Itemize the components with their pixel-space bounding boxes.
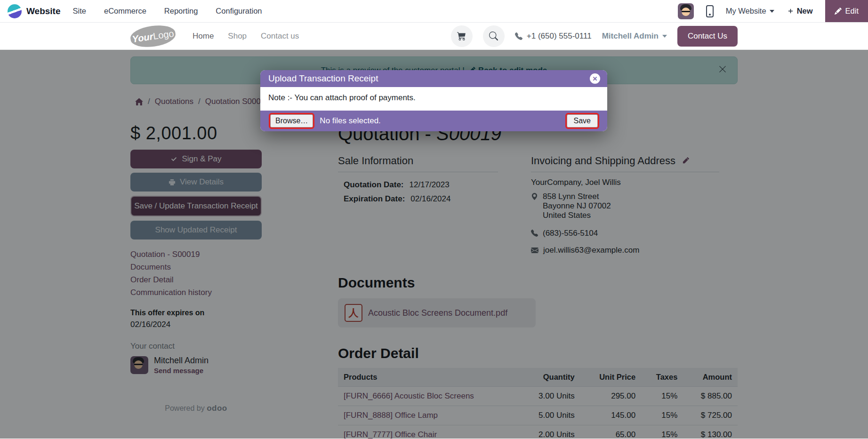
- logo-logo: Logo: [153, 28, 175, 41]
- phone-number: +1 (650) 555-0111: [527, 32, 592, 41]
- modal-close-button[interactable]: ✕: [590, 73, 600, 84]
- my-website-label: My Website: [726, 7, 766, 16]
- new-button[interactable]: New: [787, 7, 813, 16]
- cart-icon: [457, 32, 466, 40]
- contact-us-button[interactable]: Contact Us: [677, 26, 738, 47]
- upload-receipt-modal: Upload Transaction Receipt ✕ Note :- You…: [260, 70, 607, 131]
- save-button[interactable]: Save: [567, 114, 598, 128]
- site-nav: Home Shop Contact us: [193, 32, 299, 41]
- nav-shop[interactable]: Shop: [228, 32, 247, 41]
- admin-menu: Site eCommerce Reporting Configuration: [73, 7, 262, 16]
- modal-footer: Browse… No files selected. Save: [260, 111, 607, 131]
- menu-ecommerce[interactable]: eCommerce: [104, 7, 146, 16]
- site-logo[interactable]: YourLogo: [129, 23, 177, 49]
- edit-button[interactable]: Edit: [825, 0, 868, 22]
- my-website-dropdown[interactable]: My Website: [726, 7, 774, 16]
- header-phone[interactable]: +1 (650) 555-0111: [515, 32, 592, 41]
- admin-navbar: Website Site eCommerce Reporting Configu…: [0, 0, 868, 22]
- mobile-preview-icon[interactable]: [706, 5, 714, 17]
- search-icon: [489, 32, 498, 40]
- avatar-glasses: [682, 11, 690, 13]
- modal-note: Note :- You can attach proof of payments…: [268, 93, 416, 102]
- website-header: YourLogo Home Shop Contact us +1 (650) 5…: [0, 22, 868, 50]
- menu-reporting[interactable]: Reporting: [164, 7, 198, 16]
- chevron-down-icon: [770, 10, 774, 13]
- browse-file-button[interactable]: Browse…: [270, 114, 313, 128]
- user-name: Mitchell Admin: [602, 32, 659, 41]
- nav-contact-us[interactable]: Contact us: [261, 32, 299, 41]
- modal-header: Upload Transaction Receipt ✕: [260, 70, 607, 87]
- edit-label: Edit: [845, 7, 859, 16]
- modal-body: Note :- You can attach proof of payments…: [260, 87, 607, 111]
- pencil-icon: [835, 8, 842, 15]
- app-title: Website: [26, 6, 61, 16]
- cart-button[interactable]: [451, 25, 473, 47]
- nav-home[interactable]: Home: [193, 32, 214, 41]
- user-avatar[interactable]: [678, 3, 694, 19]
- menu-site[interactable]: Site: [73, 7, 86, 16]
- file-status-text: No files selected.: [320, 116, 380, 126]
- phone-icon: [515, 32, 522, 40]
- plus-icon: [787, 7, 795, 15]
- menu-configuration[interactable]: Configuration: [216, 7, 262, 16]
- search-button[interactable]: [483, 25, 505, 47]
- user-dropdown[interactable]: Mitchell Admin: [602, 32, 667, 41]
- page: Website Site eCommerce Reporting Configu…: [0, 0, 868, 439]
- chevron-down-icon: [662, 35, 667, 38]
- logo-your: Your: [131, 31, 154, 44]
- new-label: New: [797, 7, 813, 16]
- modal-title: Upload Transaction Receipt: [268, 73, 378, 84]
- website-app-icon: [8, 4, 22, 18]
